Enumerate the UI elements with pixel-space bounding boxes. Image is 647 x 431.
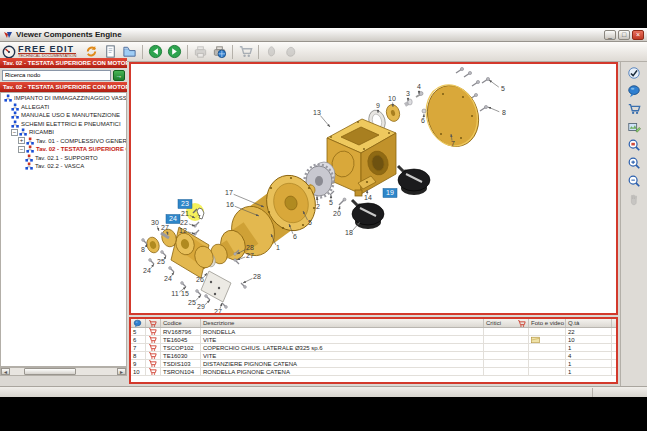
print-button [191,43,210,61]
zoom-window-button[interactable] [625,137,643,153]
tree-item[interactable]: + Tav. 01 - COMPLESSIVO GENERALE TI [1,137,126,146]
image-edit-icon [627,120,641,134]
tree-item[interactable]: ALLEGATI [1,103,126,112]
scroll-left-arrow[interactable]: ◄ [1,368,10,375]
photo-icon[interactable] [531,336,540,343]
search-input[interactable] [2,70,111,81]
back-button[interactable] [146,43,165,61]
scroll-right-arrow[interactable]: ► [117,368,126,375]
callout-label[interactable]: 23 [181,200,189,207]
callout-label[interactable]: 3 [406,90,410,97]
callout-label[interactable]: 24 [164,275,172,282]
tree-horizontal-scrollbar[interactable]: ◄ ► [0,367,127,376]
forward-button[interactable] [165,43,184,61]
callout-label[interactable]: 15 [181,290,189,297]
cart-cell[interactable] [146,368,161,375]
tree-node-icon [11,103,19,111]
callout-label[interactable]: 6 [421,117,425,124]
collapse-icon[interactable]: − [11,129,18,136]
column-header[interactable]: Critici [484,319,529,327]
image-edit-button[interactable] [625,119,643,135]
table-row[interactable]: 6TE16045VITE10 [131,336,616,344]
callout-label[interactable]: 19 [386,189,394,196]
zoom-out-button[interactable] [625,173,643,189]
callout-label[interactable]: 28 [246,244,254,251]
callout-label[interactable]: 21 [181,210,189,217]
check-globe-button[interactable] [625,65,643,81]
callout-label[interactable]: 16 [226,201,234,208]
collapse-icon[interactable]: − [18,146,25,153]
callout-label[interactable]: 22 [180,219,188,226]
cart-button[interactable] [625,101,643,117]
callout-label[interactable]: 12 [179,227,187,234]
callout-label[interactable]: 13 [313,109,321,116]
callout-label[interactable]: 2 [316,203,320,210]
cart-cell[interactable] [146,360,161,367]
callout-label[interactable]: 25 [188,299,196,306]
callout-label[interactable]: 5 [501,85,505,92]
print-web-button[interactable] [210,43,229,61]
tree-item[interactable]: MANUALE USO E MANUTENZIONE [1,111,126,120]
column-header[interactable]: Codice [161,319,201,327]
row-number-cell: 5 [131,328,146,335]
callout-label[interactable]: 6 [293,233,297,240]
callout-label[interactable]: 5 [308,219,312,226]
column-header[interactable]: Foto e video [529,319,566,327]
callout-label[interactable]: 4 [417,83,421,90]
tree-item[interactable]: IMPIANTO DI IMMAGAZZINAGGIO VASSOI [1,94,126,103]
cart-icon [148,352,157,359]
callout-label[interactable]: 28 [253,273,261,280]
balloon-button[interactable] [625,83,643,99]
search-go-button[interactable]: → [113,70,125,81]
callout-label[interactable]: 29 [197,303,205,310]
callout-label[interactable]: 8 [141,246,145,253]
critici-cell [484,352,529,359]
callout-label[interactable]: 9 [376,102,380,109]
callout-label[interactable]: 18 [345,229,353,236]
callout-label[interactable]: 27 [246,252,254,259]
column-header[interactable] [131,319,146,327]
callout-label[interactable]: 8 [502,109,506,116]
cart-cell[interactable] [146,336,161,343]
maximize-button[interactable]: □ [618,30,630,40]
callout-label[interactable]: 24 [169,215,177,222]
callout-label[interactable]: 11 [171,290,178,297]
callout-label[interactable]: 27 [214,308,222,313]
table-row[interactable]: 10TSRON104RONDELLA PIGNONE CATENA1 [131,368,616,376]
tree-item[interactable]: Tav. 02.2 - VASCA [1,162,126,171]
tree-item[interactable]: − Tav. 02 - TESTATA SUPERIORE CON M [1,145,126,154]
callout-label[interactable]: 30 [151,219,159,226]
column-header[interactable]: Q.tà [566,319,612,327]
table-row[interactable]: 8TE16030VITE4 [131,352,616,360]
zoom-in-button[interactable] [625,155,643,171]
callout-label[interactable]: 17 [225,189,233,196]
callout-label[interactable]: 27 [161,224,169,231]
column-header[interactable]: Descrizione [201,319,484,327]
minimize-button[interactable]: _ [604,30,616,40]
exploded-view-panel[interactable]: 1391034675817162321242212302782524242611… [129,62,618,315]
callout-label[interactable]: 24 [143,267,151,274]
callout-label[interactable]: 25 [157,258,165,265]
callout-label[interactable]: 20 [333,210,341,217]
callout-label[interactable]: 1 [276,244,280,251]
table-row[interactable]: 7TSCOP102COPERCHIO CHIUS. LATERALE Ø325 … [131,344,616,352]
cart-cell[interactable] [146,352,161,359]
table-row[interactable]: 5RV168796RONDELLA22 [131,328,616,336]
callout-label[interactable]: 26 [196,276,204,283]
expand-icon[interactable]: + [18,137,25,144]
parts-table-panel: CodiceDescrizioneCriticiFoto e videoQ.tà… [129,317,618,384]
tree-item[interactable]: Tav. 02.1 - SUPPORTO [1,154,126,163]
column-header[interactable] [146,319,161,327]
table-row[interactable]: 9TSDIS103DISTANZIERE PIGNONE CATENA1 [131,360,616,368]
tree-item[interactable]: − RICAMBI [1,128,126,137]
scroll-thumb[interactable] [24,368,76,375]
cart-cell[interactable] [146,328,161,335]
tree-item[interactable]: SCHEMI ELETTRICI E PNEUMATICI [1,120,126,129]
close-button[interactable]: × [632,30,644,40]
cart-cell[interactable] [146,344,161,351]
callout-label[interactable]: 10 [388,95,396,102]
toolbar-separator [142,45,143,59]
callout-label[interactable]: 5 [329,199,333,206]
callout-label[interactable]: 14 [364,194,372,201]
callout-label[interactable]: 7 [451,140,455,147]
